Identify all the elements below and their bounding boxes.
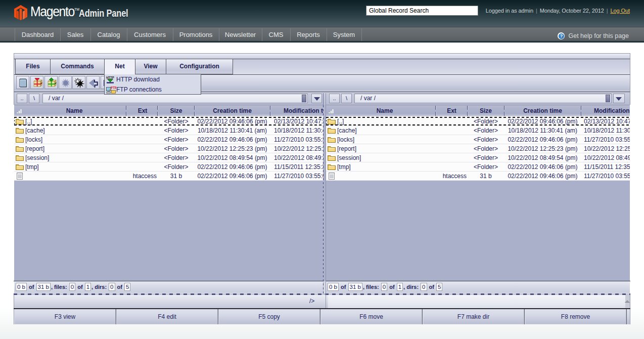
svg-text:HTTP: HTTP <box>106 76 114 79</box>
svg-text:FTP: FTP <box>111 86 116 90</box>
